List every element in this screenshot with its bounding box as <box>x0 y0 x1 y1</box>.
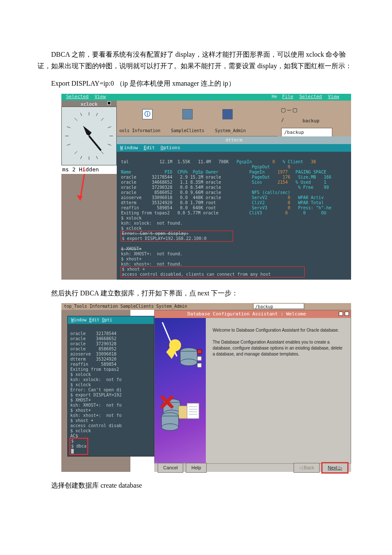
menu-selected[interactable]: Selected <box>66 93 89 101</box>
help-button[interactable]: Help <box>186 463 207 473</box>
dtterm-menubar: Window Edit Options <box>117 144 351 152</box>
dtterm-terminal-2[interactable]: Window Edit Opti oracle 32178544 oracle … <box>67 316 154 457</box>
paragraph-4: 选择创建数据库 create database <box>37 480 355 491</box>
hidden-indicator: ms 2 Hidden <box>61 165 117 174</box>
info-icon[interactable]: ⓘ <box>142 109 153 119</box>
window-control-icon[interactable] <box>339 312 343 316</box>
back-button: ◁ Back <box>294 463 320 473</box>
dbca-artwork <box>155 318 206 463</box>
dbca-welcome-text: Welcome to Database Configuration Assist… <box>213 327 344 333</box>
desktop-toolbar: ⓘ ools Information SampleClients System_… <box>117 101 278 136</box>
paragraph-2: Export DISPLAY=ip:0 （ip 是你本机使用 xmanager … <box>37 78 355 89</box>
backup-path-field-2[interactable]: /backup <box>253 303 304 309</box>
systemadmin-icon[interactable] <box>222 109 233 119</box>
menu-edit[interactable]: dit <box>147 145 155 150</box>
sampleclients-icon[interactable] <box>182 109 193 119</box>
menu-window[interactable]: indow <box>124 145 138 150</box>
dash-icon: – <box>287 104 291 116</box>
toolbar-label-sysadmin: System_Admin <box>215 127 246 134</box>
folder-icon-2: ▢ <box>293 104 297 116</box>
red-marker-icon: i <box>82 165 86 174</box>
dbca-titlebar: Database Configuration Assistant : Welco… <box>155 310 351 318</box>
svg-rect-28 <box>197 356 202 361</box>
titlebar-he: He <box>270 94 279 101</box>
window-control-icon[interactable] <box>345 312 349 316</box>
cancel-button[interactable]: Cancel <box>158 463 183 473</box>
dbca-command-highlight: $ $ dbca <box>70 439 87 454</box>
dtterm-terminal[interactable]: tal 12.1M 1.55K 11.4M 708K PgspIn 0 % Cl… <box>117 152 351 280</box>
menu-file[interactable]: File <box>282 93 294 101</box>
svg-point-23 <box>169 339 181 351</box>
toolbar-label-sample: SampleClients <box>171 127 204 134</box>
svg-rect-27 <box>197 350 202 354</box>
folder-icon: ▢ <box>281 104 285 116</box>
dbca-content: Welcome to Database Configuration Assist… <box>206 318 351 463</box>
backup-label: backup <box>303 117 348 125</box>
desktop-toolbar-2: top_Tools Information SampleClients Syst… <box>61 303 351 310</box>
dtterm-titlebar: dtterm <box>117 136 351 144</box>
dbca-footer: Cancel Help ◁ Back Next ▷ <box>154 463 351 472</box>
backup-panel: ▢ – ▢ / backup /backup <box>278 101 351 136</box>
svg-rect-34 <box>187 403 199 419</box>
menu-view-2[interactable]: View <box>328 93 339 101</box>
svg-rect-29 <box>197 363 202 367</box>
dbca-desc-text: The Database Configuration Assistant ena… <box>213 339 344 357</box>
brown-panel <box>61 174 117 280</box>
svg-point-41 <box>161 424 179 431</box>
paragraph-3: 然后执行 DBCA 建立数据库，打开如下界面，点 next 下一步： <box>37 287 355 299</box>
menu-selected-2[interactable]: Selected <box>300 93 322 101</box>
paragraph-1: DBCA 之前，要看看系统有没有配置好了 display，这样才能打开图形界面，… <box>37 49 355 72</box>
screenshot-xclock-dtterm: Selected View He File Selected View xclo… <box>61 94 351 280</box>
next-button[interactable]: Next ▷ <box>322 463 348 473</box>
titlebar-left: Selected View <box>61 94 270 101</box>
titlebar-right: File Selected View <box>279 94 351 101</box>
toolbar-label-info: ools Information <box>119 127 160 134</box>
xclock-face <box>61 107 117 165</box>
dbca-window: Database Configuration Assistant : Welco… <box>154 310 351 472</box>
window-control-icon[interactable] <box>107 101 111 105</box>
menu-view[interactable]: View <box>95 93 106 101</box>
svg-marker-20 <box>77 195 83 200</box>
screenshot-dbca: top_Tools Information SampleClients Syst… <box>61 303 351 472</box>
dtterm-menubar-2: Window Edit Opti <box>68 316 154 324</box>
svg-point-26 <box>180 359 197 366</box>
menu-options[interactable]: ptions <box>163 145 180 150</box>
